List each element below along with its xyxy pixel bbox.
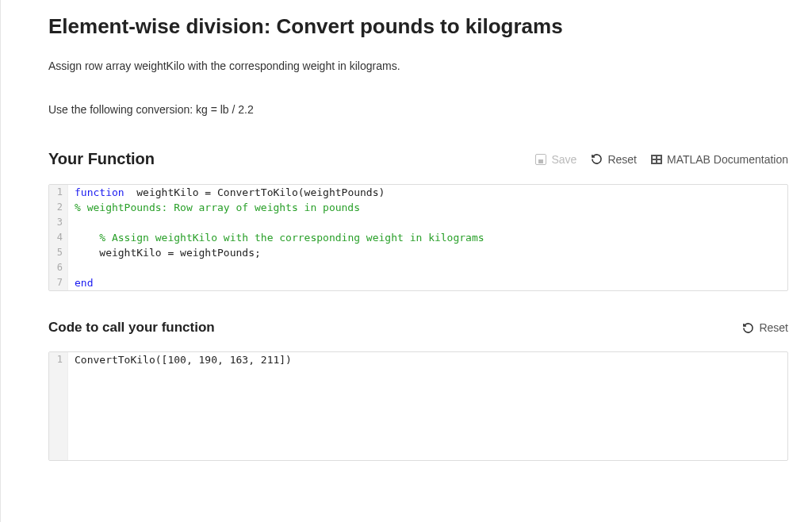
line-number: 6	[49, 260, 68, 275]
reset-label: Reset	[607, 153, 637, 166]
code-line: 3	[49, 215, 787, 230]
docs-label: MATLAB Documentation	[667, 153, 788, 166]
your-function-toolbar: Save Reset MATLAB Documentation	[535, 153, 788, 166]
code-line: 4 % Assign weightKilo with the correspon…	[49, 230, 787, 245]
your-function-editor[interactable]: 1function weightKilo = ConvertToKilo(wei…	[48, 184, 788, 291]
reset-icon	[591, 153, 603, 165]
code-line: 1function weightKilo = ConvertToKilo(wei…	[49, 185, 787, 200]
line-number: 3	[49, 215, 68, 230]
call-function-title: Code to call your function	[48, 320, 215, 336]
matlab-docs-button[interactable]: MATLAB Documentation	[651, 153, 788, 166]
code-line: 2% weightPounds: Row array of weights in…	[49, 200, 787, 215]
your-function-title: Your Function	[48, 150, 155, 168]
instruction-secondary: Use the following conversion: kg = lb / …	[48, 102, 788, 118]
line-number: 5	[49, 245, 68, 260]
call-function-toolbar: Reset	[742, 321, 788, 334]
code-line: 1ConvertToKilo([100, 190, 163, 211])	[49, 352, 787, 367]
your-function-header: Your Function Save Reset MATLAB Document…	[48, 150, 788, 168]
call-function-header: Code to call your function Reset	[48, 320, 788, 336]
call-reset-button[interactable]: Reset	[742, 321, 788, 334]
page-title: Element-wise division: Convert pounds to…	[48, 14, 788, 39]
save-icon	[535, 154, 546, 165]
line-number: 1	[49, 185, 68, 200]
reset-icon	[742, 322, 754, 334]
line-number: 2	[49, 200, 68, 215]
line-number: 1	[49, 352, 68, 367]
save-button[interactable]: Save	[535, 153, 576, 166]
code-line: 7end	[49, 275, 787, 290]
instruction-primary: Assign row array weightKilo with the cor…	[48, 58, 788, 75]
docs-icon	[651, 155, 662, 164]
call-function-editor[interactable]: 1ConvertToKilo([100, 190, 163, 211])	[48, 351, 788, 461]
code-line: 5 weightKilo = weightPounds;	[49, 245, 787, 260]
line-number: 4	[49, 230, 68, 245]
page-container: Element-wise division: Convert pounds to…	[0, 0, 812, 522]
call-reset-label: Reset	[759, 321, 788, 334]
reset-button[interactable]: Reset	[591, 153, 637, 166]
code-line: 6	[49, 260, 787, 275]
line-number: 7	[49, 275, 68, 290]
save-label: Save	[551, 153, 576, 166]
